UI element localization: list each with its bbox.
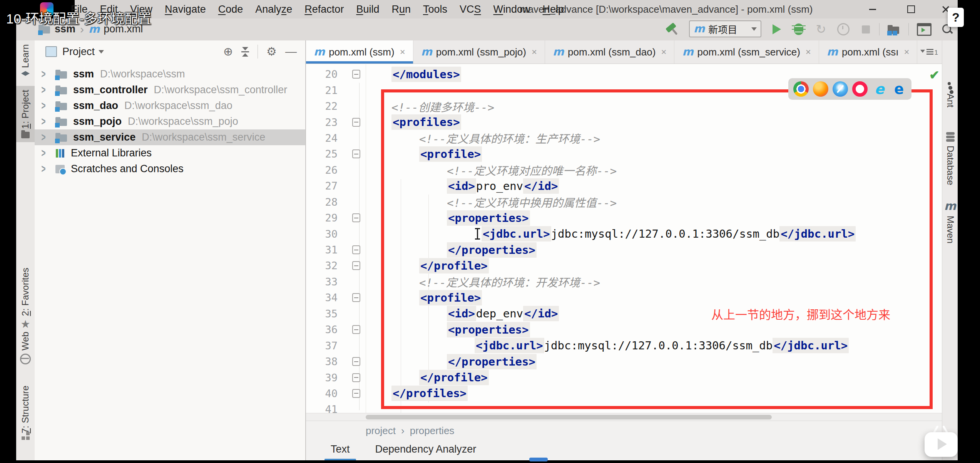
collapse-all-icon[interactable] — [241, 47, 249, 57]
profiler-button[interactable] — [835, 20, 852, 38]
ie-browser-icon[interactable]: e — [872, 81, 887, 97]
stop-button[interactable] — [857, 20, 875, 38]
tree-row-ssm[interactable]: >ssmD:\workspace\ssm — [35, 66, 305, 82]
fold-toggle-icon[interactable] — [352, 70, 360, 79]
fold-toggle-icon[interactable] — [352, 325, 360, 334]
coverage-button[interactable]: ↻ — [812, 20, 830, 38]
chevron-right-icon[interactable]: > — [42, 115, 48, 128]
editor-tab[interactable]: mpom.xml (ssm)× — [306, 40, 413, 64]
fold-toggle-icon[interactable] — [352, 118, 360, 127]
fold-toggle-icon[interactable] — [352, 389, 360, 398]
line-number: 32 — [306, 260, 338, 272]
menu-tools[interactable]: Tools — [417, 0, 453, 18]
chevron-right-icon[interactable]: > — [42, 147, 48, 160]
chevron-right-icon[interactable]: > — [42, 131, 48, 144]
editor-tab[interactable]: mpom.xml (ssm_pojo)× — [413, 40, 545, 64]
sidebar-item-7-structure[interactable]: 7: Structure — [16, 386, 35, 440]
close-tab-icon[interactable]: × — [904, 47, 909, 57]
line-number: 27 — [306, 180, 338, 192]
chevron-right-icon[interactable]: > — [42, 163, 48, 176]
sidebar-item-2-favorites[interactable]: 2: Favorites★ — [16, 268, 35, 330]
chevron-right-icon[interactable]: > — [42, 68, 48, 81]
line-number: 21 — [306, 84, 338, 96]
opera-browser-icon[interactable] — [852, 81, 868, 97]
sidebar-item-learn[interactable]: Learn — [16, 44, 35, 76]
restore-button[interactable] — [903, 2, 920, 17]
horizontal-scrollbar — [306, 413, 942, 421]
edge-browser-icon[interactable]: e — [891, 81, 907, 97]
chrome-browser-icon[interactable] — [793, 81, 809, 97]
run-button[interactable] — [768, 20, 786, 38]
fold-column — [348, 213, 364, 222]
fold-toggle-icon[interactable] — [352, 213, 360, 222]
sidebar-item-web[interactable]: Web — [16, 332, 35, 364]
fold-toggle-icon[interactable] — [352, 149, 360, 158]
scrollbar-thumb[interactable] — [366, 415, 772, 419]
tree-item-name: ssm_service — [73, 131, 135, 143]
sidebar-item-maven[interactable]: mMaven — [942, 200, 958, 243]
menu-build[interactable]: Build — [350, 0, 385, 18]
tree-item-path: D:\workspace\ssm_service — [142, 131, 265, 143]
firefox-browser-icon[interactable] — [813, 81, 828, 97]
menu-refactor[interactable]: Refactor — [298, 0, 350, 18]
bottom-tab-dependency-analyzer[interactable]: Dependency Analyzer — [369, 441, 483, 461]
editor-tab[interactable]: mpom.xml (ssı× — [819, 40, 918, 64]
project-panel-title[interactable]: Project — [62, 46, 95, 58]
menu-navigate[interactable]: Navigate — [159, 0, 212, 18]
chevron-down-icon[interactable] — [99, 50, 104, 54]
run-configuration-select[interactable]: m 新项目 — [689, 20, 761, 37]
hide-panel-icon[interactable]: — — [285, 46, 297, 57]
tree-row-ssm-pojo[interactable]: >ssm_pojoD:\workspace\ssm_pojo — [35, 114, 305, 129]
sidebar-item-1-project[interactable]: 1: Project — [16, 86, 35, 142]
title-bar: FileEditViewNavigateCodeAnalyzeRefactorB… — [16, 0, 958, 19]
minimize-button[interactable] — [864, 2, 881, 17]
menu-vcs[interactable]: VCS — [453, 0, 487, 18]
fold-toggle-icon[interactable] — [352, 261, 360, 270]
menu-run[interactable]: Run — [385, 0, 417, 18]
menu-code[interactable]: Code — [212, 0, 249, 18]
inspections-ok-icon[interactable]: ✔ — [929, 68, 940, 82]
run-anything-button[interactable] — [915, 20, 933, 38]
bottom-tab-text[interactable]: Text — [324, 441, 356, 461]
close-tab-icon[interactable]: × — [806, 47, 811, 57]
fold-toggle-icon[interactable] — [352, 357, 360, 366]
tree-row-scratches-and-consoles[interactable]: >Scratches and Consoles — [35, 161, 305, 177]
chevron-right-icon[interactable]: > — [42, 99, 48, 112]
locate-icon[interactable]: ⊕ — [223, 46, 233, 57]
sidebar-item-database[interactable]: Database — [942, 132, 958, 185]
chevron-right-icon[interactable]: > — [42, 84, 48, 97]
close-tab-icon[interactable]: × — [400, 47, 405, 57]
editor-tab[interactable]: mpom.xml (ssm_dao)× — [545, 40, 674, 64]
header-divider — [258, 45, 258, 59]
hidden-tabs-menu[interactable]: 1 — [920, 46, 938, 57]
debug-button[interactable] — [790, 20, 808, 38]
sidebar-item-label: Ant — [945, 94, 956, 107]
safari-browser-icon[interactable] — [833, 81, 848, 97]
fold-toggle-icon[interactable] — [352, 293, 360, 302]
close-tab-icon[interactable]: × — [661, 47, 666, 57]
fold-toggle-icon[interactable] — [352, 245, 360, 254]
tree-row-external-libraries[interactable]: >External Libraries — [35, 145, 305, 161]
editor-tab-bar: mpom.xml (ssm)×mpom.xml (ssm_pojo)×mpom.… — [306, 40, 942, 64]
xml-breadcrumb-item[interactable]: properties — [410, 425, 455, 437]
xml-breadcrumb-item[interactable]: project — [366, 425, 396, 437]
maven-file-icon: m — [553, 47, 564, 57]
menu-help[interactable]: Help — [537, 0, 570, 18]
tree-row-ssm-dao[interactable]: >ssm_daoD:\workspace\ssm_dao — [35, 98, 305, 114]
left-tool-strip: Learn1: Project2: Favorites★Web7: Struct… — [16, 40, 35, 460]
tree-row-ssm-service[interactable]: >ssm_serviceD:\workspace\ssm_service — [35, 129, 305, 145]
editor-tab[interactable]: mpom.xml (ssm_service)× — [674, 40, 819, 64]
tree-item-path: D:\workspace\ssm_dao — [124, 100, 232, 112]
tab-label: pom.xml (ssm_pojo) — [436, 46, 526, 58]
sidebar-item-ant[interactable]: Ant — [942, 86, 958, 107]
build-button[interactable] — [664, 20, 682, 38]
help-badge[interactable]: ? — [948, 8, 964, 27]
menu-analyze[interactable]: Analyze — [249, 0, 298, 18]
close-tab-icon[interactable]: × — [532, 47, 537, 57]
menu-window[interactable]: Window — [487, 0, 537, 18]
toolwindows-button[interactable] — [885, 20, 902, 38]
fold-toggle-icon[interactable] — [352, 373, 360, 382]
fold-column — [348, 261, 364, 270]
gear-icon[interactable]: ⚙ — [266, 46, 277, 57]
tree-row-ssm-controller[interactable]: >ssm_controllerD:\workspace\ssm_controll… — [35, 82, 305, 98]
